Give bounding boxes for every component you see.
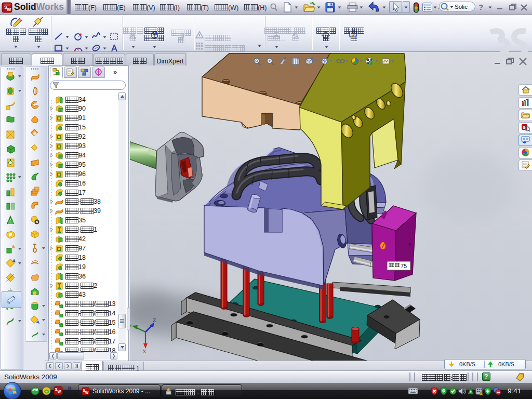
svg-text:75: 75 — [401, 263, 407, 269]
svg-text:W: W — [7, 7, 11, 12]
svg-text:W: W — [85, 391, 89, 394]
svg-text:W: W — [58, 390, 61, 394]
svg-text:Z: Z — [153, 317, 156, 323]
svg-text:X: X — [142, 348, 147, 354]
